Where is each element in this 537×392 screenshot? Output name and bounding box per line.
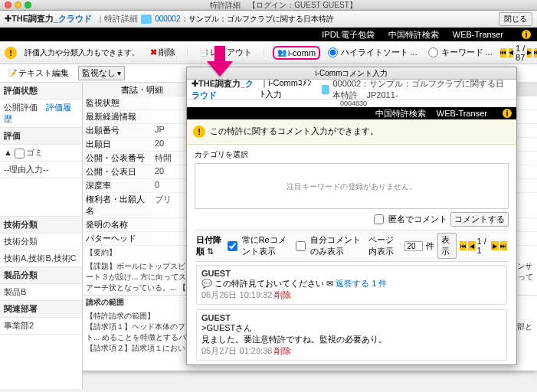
pager-prev[interactable]: ◀ [509, 48, 513, 57]
show-button[interactable]: 表示 [437, 233, 456, 259]
post-comment-button[interactable]: コメントする [450, 212, 509, 227]
link-bar: IPDL電子包袋 中国特許検索 WEB-Transer i [0, 28, 537, 41]
icomm-popup: i-Commコメント入力 ✚THE調査力_クラウド ｜i-Commｺﾒﾝﾄ入力 … [186, 67, 517, 365]
popup-notice: ! この特許に関するコメント入力ができます。 [187, 119, 516, 145]
notice-icon: ! [193, 126, 205, 138]
trash-check[interactable] [15, 149, 25, 158]
popup-logo: ✚THE調査力_クラウド [192, 78, 257, 101]
cmt-pager-first[interactable]: ⏮ [460, 241, 467, 250]
sb-tech: 技術分類 [0, 217, 82, 234]
delete-comment[interactable]: 削除 [274, 290, 291, 299]
tab-biblio[interactable]: 書誌・明細 [83, 83, 202, 96]
mac-titlebar: 特許詳細 【ログイン：GUEST GUEST】 [0, 0, 537, 11]
svg-marker-0 [207, 46, 233, 77]
record-title: ：サンプル：ゴルフクラブに関する日本特許 [181, 14, 334, 24]
popup-header: ✚THE調査力_クラウド ｜i-Commｺﾒﾝﾄ入力 000002：サンプル：ゴ… [187, 80, 516, 100]
close-dot[interactable] [5, 2, 11, 8]
highlight-sort[interactable]: ハイライトソート … [325, 45, 421, 60]
reason-input[interactable]: --理由入力-- [0, 162, 82, 178]
sb-eval-state: 評価状態 [0, 83, 82, 100]
own-only-check[interactable] [296, 241, 306, 251]
app-logo: ✚THE調査力_クラウド [5, 13, 92, 24]
zoom-dot[interactable] [25, 2, 31, 8]
popup-linkbar: 中国特許検索 WEB-Transer i [187, 107, 516, 119]
sb-eval: 評価 [0, 128, 82, 145]
pager-first[interactable]: ⏮ [500, 48, 506, 57]
popup-bubble-icon [322, 85, 330, 94]
link-webtranser[interactable]: WEB-Transer [453, 30, 503, 39]
min-dot[interactable] [15, 2, 21, 8]
sb-dept: 関連部署 [0, 301, 82, 318]
comment-list: GUEST 💬 この特許見ておいてください ✉ 返答する 1 件 06月26日 … [195, 262, 509, 368]
bubble-icon [141, 15, 152, 24]
always-re-check[interactable] [228, 241, 237, 251]
pager-last[interactable]: ⏭ [534, 48, 537, 57]
tip-text: 評価入力や分類入力もできます。 [21, 46, 142, 60]
delete-button[interactable]: ✖削除 [147, 45, 178, 60]
pager-next[interactable]: ▶ [527, 48, 532, 57]
app-header: ✚THE調査力_クラウド ｜特許詳細 000002 ：サンプル：ゴルフクラブに関… [0, 11, 537, 28]
pager-pos: 1 / 87 [516, 44, 525, 62]
category-label: カテゴリを選択 [195, 149, 509, 160]
reply-link[interactable]: 返答する 1 件 [336, 279, 387, 288]
sb-product: 製品分類 [0, 267, 82, 284]
link-ipdl[interactable]: IPDL電子包袋 [322, 29, 374, 41]
icomm-button[interactable]: 👥i-comm [273, 46, 320, 60]
comment-item: GUEST 💬 この特許見ておいてください ✉ 返答する 1 件 06月26日 … [196, 265, 507, 305]
breadcrumb: ｜特許詳細 [97, 13, 138, 24]
sidebar: 評価状態 公開評価 評価履歴 評価 ▲ ゴミ --理由入力-- 技術分類 技術分… [0, 83, 83, 389]
sort-toggle[interactable]: 日付降順 ⇅ [196, 234, 224, 257]
cmt-pager-prev[interactable]: ◀ [468, 241, 475, 250]
close-button[interactable]: 閉じる [499, 12, 532, 26]
tip-icon: ! [5, 47, 17, 59]
comment-filter-bar: 日付降順 ⇅ 常にReコメント表示 自分コメントのみ表示 ページ内表示 件 表示… [195, 230, 509, 262]
page-size-input[interactable] [404, 241, 423, 251]
category-box[interactable]: 注目キーワードの登録がありません。 [195, 163, 509, 209]
callout-arrow [207, 46, 233, 78]
cmt-pager-last[interactable]: ⏭ [500, 241, 507, 250]
record-id[interactable]: 000002 [155, 15, 180, 23]
watch-toggle[interactable]: 監視なし ▾ [78, 66, 125, 80]
cmt-pager-next[interactable]: ▶ [491, 241, 498, 250]
anon-check[interactable] [374, 214, 384, 224]
text-edit-button[interactable]: 📝テキスト編集 [5, 66, 72, 80]
delete-comment[interactable]: 削除 [274, 346, 291, 355]
keyword-filter[interactable]: キーワード … [425, 45, 496, 60]
window-title: 特許詳細 【ログイン：GUEST GUEST】 [34, 0, 532, 11]
toolbar: ! 評価入力や分類入力もできます。 ✖削除 ｜ 📑レイアウト ｜ 👥i-comm… [0, 41, 537, 64]
comment-item: GUEST >GUESTさん 見ました。要注意特許ですね。監視の必要あり。 05… [196, 309, 507, 361]
link-cn[interactable]: 中国特許検索 [388, 29, 439, 41]
